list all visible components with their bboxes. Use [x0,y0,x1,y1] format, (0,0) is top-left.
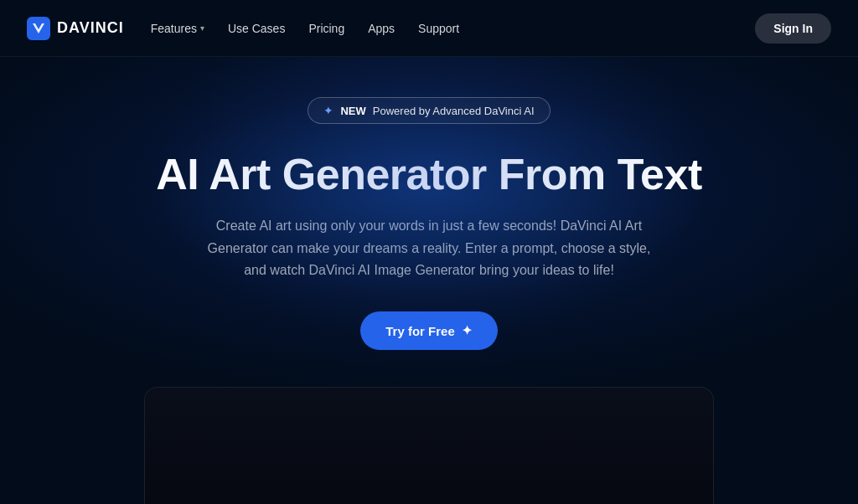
nav-links: Features ▾ Use Cases Pricing Apps Suppor… [151,22,459,35]
sign-in-button[interactable]: Sign In [755,13,831,44]
chevron-down-icon: ▾ [200,23,204,33]
logo[interactable]: DAVINCI [27,17,124,40]
try-free-button[interactable]: Try for Free ✦ [360,311,498,350]
app-preview-window [144,387,714,504]
hero-section: ✦ NEW Powered by Advanced DaVinci AI AI … [0,57,858,504]
nav-item-support[interactable]: Support [418,22,459,35]
cta-sparkle-icon: ✦ [462,323,473,338]
davinci-logo-icon [27,17,50,40]
badge-sparkle-icon: ✦ [323,104,333,117]
nav-item-use-cases[interactable]: Use Cases [228,22,285,35]
logo-text: DAVINCI [57,19,124,37]
nav-left: DAVINCI Features ▾ Use Cases Pricing App… [27,17,459,40]
hero-subtitle: Create AI art using only your words in j… [203,215,655,281]
try-free-label: Try for Free [385,324,455,338]
new-badge: ✦ NEW Powered by Advanced DaVinci AI [308,97,550,124]
nav-item-pricing[interactable]: Pricing [308,22,344,35]
badge-text: Powered by Advanced DaVinci AI [373,105,535,117]
badge-new-label: NEW [340,105,365,117]
nav-item-apps[interactable]: Apps [368,22,395,35]
hero-title: AI Art Generator From Text [156,151,702,198]
nav-item-features[interactable]: Features ▾ [151,22,204,35]
navbar: DAVINCI Features ▾ Use Cases Pricing App… [0,0,858,57]
